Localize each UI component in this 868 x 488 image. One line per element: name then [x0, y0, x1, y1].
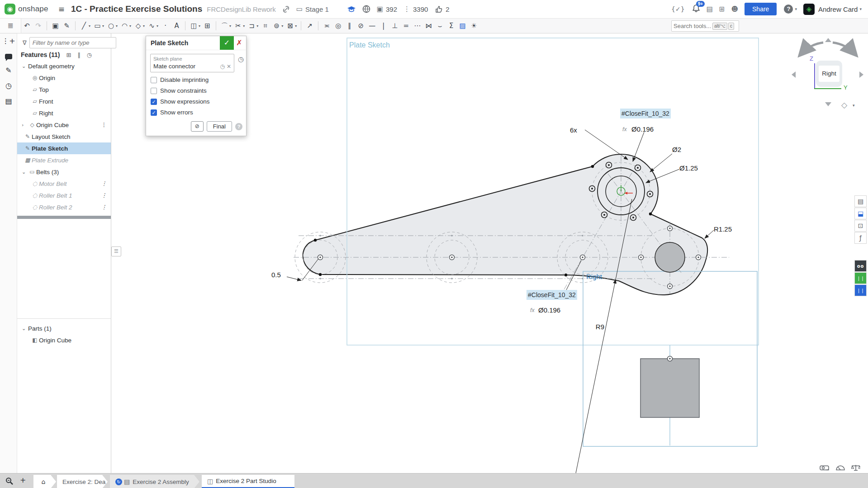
comments-panel-icon[interactable] — [0, 54, 17, 59]
clear-selection-icon[interactable]: ✕ — [227, 63, 231, 70]
share-button[interactable]: Share — [745, 3, 777, 15]
closefit-top-label[interactable]: #CloseFit_10_32 — [621, 110, 669, 117]
tree-item-origin[interactable]: ◎ Origin — [17, 72, 111, 84]
feature-script-icon[interactable]: {✓} — [671, 5, 685, 13]
search-tabs-icon[interactable] — [5, 477, 14, 485]
symmetric-icon[interactable]: ⋈ — [423, 19, 434, 33]
user-name[interactable]: Andrew Card — [818, 5, 858, 13]
tangent-icon[interactable]: ⊘ — [355, 19, 366, 33]
dimension-d125[interactable]: Ø1.25 — [679, 164, 698, 172]
avatar[interactable]: ◈ — [803, 4, 815, 15]
configurations-button[interactable]: ƒ — [854, 232, 867, 244]
robot-extension-button[interactable]: oo — [854, 260, 867, 272]
tree-item-motor-belt[interactable]: ◌ Motor Belt ⋮ — [17, 178, 111, 190]
equal-icon[interactable]: = — [400, 19, 412, 33]
dimension-icon[interactable]: ↗ — [304, 19, 315, 33]
feature-history-icon[interactable]: ◷ — [238, 55, 244, 63]
chevron-right-icon[interactable]: › — [22, 122, 28, 128]
chevron-down-icon[interactable]: ⌄ — [22, 326, 28, 332]
point-icon[interactable]: · — [160, 19, 171, 33]
tree-item-part-origin-cube[interactable]: ◧ Origin Cube — [17, 334, 111, 346]
curvature-icon[interactable]: ⌣ — [434, 19, 446, 33]
line-icon[interactable]: ╱ — [78, 19, 90, 33]
disable-imprinting-checkbox[interactable] — [151, 77, 157, 83]
view-cube-face[interactable]: Right — [816, 61, 842, 87]
perpendicular-icon[interactable]: ⊥ — [389, 19, 400, 33]
tree-item-belts-folder[interactable]: ⌄ ▭ Belts (3) — [17, 166, 111, 178]
tree-item-default-geometry[interactable]: ⌄ Default geometry — [17, 60, 111, 72]
spline-icon[interactable]: ∿ — [146, 19, 157, 33]
polygon-icon[interactable]: ◇ — [133, 19, 144, 33]
tree-item-plate-extrude[interactable]: ▦ Plate Extrude — [17, 154, 111, 166]
new-tab-icon[interactable]: + — [20, 476, 26, 484]
show-expressions-checkbox[interactable]: ✓ — [151, 99, 157, 105]
coincident-icon[interactable]: ≍ — [321, 19, 332, 33]
mass-properties-icon[interactable] — [851, 464, 860, 471]
show-constraints-checkbox[interactable] — [151, 88, 157, 94]
help-icon[interactable]: ? — [784, 5, 793, 14]
horizontal-icon[interactable]: — — [366, 19, 378, 33]
protractor-icon[interactable] — [835, 464, 845, 471]
sketch-canvas[interactable]: Plate Sketch Right 6x #CloseFit_10_32 fx… — [0, 0, 868, 488]
dimension-d0196-bottom[interactable]: Ø0.196 — [538, 306, 560, 314]
trim-icon[interactable]: ✂ — [232, 19, 244, 33]
copies-icon[interactable]: ▣ — [377, 5, 383, 13]
history-panel-icon[interactable]: ◷ — [0, 78, 17, 94]
undo-icon[interactable]: ↶ — [21, 19, 33, 33]
redo-icon[interactable]: ↷ — [33, 19, 44, 33]
confirm-button[interactable]: ✓ — [220, 36, 234, 50]
parallel-icon[interactable]: ∥ — [344, 19, 355, 33]
onshape-logo-text[interactable]: onshape — [18, 5, 48, 14]
export-dxf-dropdown-caret[interactable]: ▾ — [295, 24, 297, 28]
learning-center-icon[interactable] — [347, 5, 356, 13]
fillet-dropdown-caret[interactable]: ▾ — [229, 24, 231, 28]
origin-cube-section[interactable] — [640, 359, 699, 417]
arc-icon[interactable]: ◠ — [119, 19, 130, 33]
sketch-text-icon[interactable]: A — [171, 19, 182, 33]
cancel-button[interactable]: ✗ — [235, 38, 244, 48]
dimension-half[interactable]: 0.5 — [271, 271, 281, 279]
offset-dropdown-caret[interactable]: ▾ — [256, 24, 258, 28]
view-cube-face-label[interactable]: Right — [819, 66, 840, 82]
dimension-r125[interactable]: R1.25 — [714, 225, 732, 233]
document-title[interactable]: 1C - Practice Exercise Solutions — [71, 4, 202, 14]
tool-search-box[interactable]: alt/⌥ c — [671, 20, 739, 32]
documentation-button[interactable]: ❘❘ — [854, 284, 867, 296]
trim-dropdown-caret[interactable]: ▾ — [243, 24, 245, 28]
midpoint-icon[interactable]: ⋯ — [412, 19, 423, 33]
fillet-icon[interactable]: ⌒ — [219, 19, 230, 33]
folder-name[interactable]: Stage 1 — [305, 5, 329, 13]
tree-item-layout-sketch[interactable]: ✎ Layout Sketch — [17, 131, 111, 142]
arc-dropdown-caret[interactable]: ▾ — [129, 24, 131, 28]
rollback-dots-icon[interactable]: ⋮ — [101, 122, 106, 128]
rollback-dots-icon[interactable]: ⋮ — [101, 180, 106, 187]
show-constraints-toggle-icon[interactable]: ☀ — [468, 19, 479, 33]
ai-assistant-icon[interactable]: ☻ — [731, 5, 738, 13]
line-dropdown-caret[interactable]: ▾ — [89, 24, 90, 28]
tree-item-right-plane[interactable]: ▱ Right — [17, 107, 111, 119]
plate-sketch-profile[interactable] — [303, 154, 708, 295]
mirror-dropdown-caret[interactable]: ▾ — [199, 24, 200, 28]
construction-icon[interactable]: ▨ — [457, 19, 468, 33]
rollback-dots-icon[interactable]: ⋮ — [101, 204, 106, 210]
circle-icon[interactable]: ○ — [105, 19, 117, 33]
copy-document-icon[interactable]: ▣ — [50, 19, 61, 33]
export-dxf-icon[interactable]: ⊠ — [285, 19, 296, 33]
offset-icon[interactable]: ⊐ — [246, 19, 257, 33]
user-menu-caret-icon[interactable]: ▾ — [859, 7, 862, 11]
circular-pattern-dropdown-caret[interactable]: ▾ — [281, 24, 283, 28]
circle-dropdown-caret[interactable]: ▾ — [116, 24, 118, 28]
features-panel-toggle[interactable]: ≣ — [0, 19, 21, 33]
versions-icon[interactable]: ⋮ — [403, 5, 410, 13]
spline-dropdown-caret[interactable]: ▾ — [157, 24, 158, 28]
dimension-count-label[interactable]: 6x — [570, 126, 577, 134]
link-icon[interactable] — [282, 5, 290, 13]
chevron-down-icon[interactable]: ⌄ — [22, 169, 28, 175]
rectangle-dropdown-caret[interactable]: ▾ — [102, 24, 104, 28]
public-globe-icon[interactable] — [362, 5, 370, 13]
measure-icon[interactable]: ⌗ — [260, 19, 271, 33]
fix-icon[interactable]: Σ — [446, 19, 457, 33]
app-store-icon[interactable]: ⊞ — [719, 5, 725, 13]
new-folder-icon[interactable]: ⊞ — [66, 52, 71, 58]
tree-item-front-plane[interactable]: ▱ Front — [17, 95, 111, 107]
